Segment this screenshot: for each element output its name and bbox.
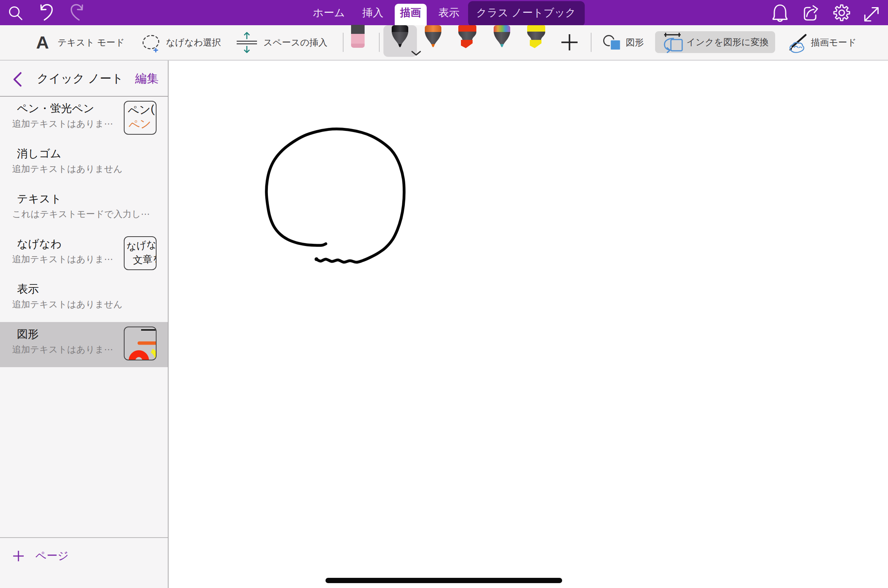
galaxy-pen-tool[interactable] bbox=[491, 25, 512, 50]
thumbnail-ink-text: なげなわ bbox=[126, 237, 157, 253]
draw-mode-label[interactable]: 描画モード bbox=[811, 25, 856, 60]
ribbon-separator bbox=[379, 33, 380, 52]
ink-to-shape-label: インクを図形に変換 bbox=[686, 25, 769, 59]
sidebar-footer-divider bbox=[0, 537, 168, 538]
home-indicator[interactable] bbox=[325, 578, 562, 583]
add-pen-button[interactable] bbox=[561, 34, 578, 51]
note-row-lasso[interactable]: なげなわ 追加テキストはありま⋯ なげなわ 文章を bbox=[0, 232, 168, 277]
black-pen-tool[interactable] bbox=[389, 25, 411, 50]
note-thumbnail: なげなわ 文章を bbox=[124, 236, 157, 270]
galaxy-pen-icon bbox=[491, 25, 512, 50]
yellow-highlighter-tool[interactable] bbox=[526, 25, 547, 50]
note-title: 表示 bbox=[17, 282, 39, 297]
drawing-canvas[interactable] bbox=[169, 61, 888, 588]
note-row-shapes[interactable]: 図形 追加テキストはありま⋯ bbox=[0, 322, 168, 367]
onenote-app: ホーム 挿入 描画 表示 クラス ノートブック bbox=[0, 0, 888, 588]
draw-ribbon-toolbar: A テキスト モード なげなわ選択 スペースの挿入 bbox=[0, 25, 888, 61]
resize-window-button[interactable] bbox=[863, 0, 880, 25]
lasso-select-label[interactable]: なげなわ選択 bbox=[166, 25, 221, 60]
note-row-eraser[interactable]: 消しゴム 追加テキストはありません bbox=[0, 141, 168, 187]
plus-icon bbox=[561, 34, 578, 51]
note-row-pen-highlighter[interactable]: ペン・蛍光ペン 追加テキストはありま⋯ ペン( ペン bbox=[0, 96, 168, 141]
resize-diagonal-icon bbox=[863, 3, 880, 23]
redo-button[interactable] bbox=[69, 0, 84, 25]
page-list-sidebar: クイック ノート 編集 ペン・蛍光ペン 追加テキストはありま⋯ ペン( ペン 消… bbox=[0, 61, 169, 588]
tab-view[interactable]: 表示 bbox=[438, 0, 459, 25]
shapes-button[interactable] bbox=[603, 35, 622, 52]
tab-draw[interactable]: 描画 bbox=[400, 0, 421, 25]
eraser-icon bbox=[350, 25, 365, 49]
undo-icon bbox=[39, 3, 54, 22]
bell-icon bbox=[772, 3, 788, 23]
note-title: ペン・蛍光ペン bbox=[17, 101, 94, 116]
add-page-label: ページ bbox=[35, 548, 68, 564]
thumbnail-ink-text: 文章を bbox=[132, 252, 157, 267]
note-thumbnail bbox=[124, 327, 157, 360]
thumbnail-ink-text: ペン bbox=[128, 115, 152, 133]
top-app-bar: ホーム 挿入 描画 表示 クラス ノートブック bbox=[0, 0, 888, 25]
note-subtitle: これはテキストモードで入力し⋯ bbox=[12, 208, 150, 220]
tab-insert[interactable]: 挿入 bbox=[362, 0, 383, 25]
note-row-view[interactable]: 表示 追加テキストはありません bbox=[0, 277, 168, 322]
search-button[interactable] bbox=[8, 0, 23, 25]
shapes-label[interactable]: 図形 bbox=[626, 25, 644, 60]
redo-icon bbox=[69, 3, 84, 22]
yellow-highlighter-icon bbox=[526, 25, 547, 50]
eraser-tool[interactable] bbox=[350, 25, 365, 49]
insert-space-button[interactable] bbox=[236, 32, 257, 53]
black-pen-icon bbox=[389, 25, 411, 50]
edit-button[interactable]: 編集 bbox=[135, 71, 158, 87]
note-title: テキスト bbox=[17, 191, 62, 207]
draw-mode-button[interactable] bbox=[786, 33, 808, 54]
note-subtitle: 追加テキストはありま⋯ bbox=[12, 118, 113, 130]
tab-class-notebook[interactable]: クラス ノートブック bbox=[476, 0, 576, 25]
shapes-thumbnail-drawing bbox=[125, 327, 157, 360]
orange-pen-tool[interactable] bbox=[423, 25, 444, 50]
note-subtitle: 追加テキストはありません bbox=[12, 163, 123, 175]
chevron-down-icon bbox=[411, 51, 421, 56]
note-title: 消しゴム bbox=[17, 146, 61, 161]
plus-icon bbox=[13, 550, 24, 562]
note-title: なげなわ bbox=[17, 237, 62, 252]
settings-button[interactable] bbox=[833, 0, 850, 25]
tab-home[interactable]: ホーム bbox=[313, 0, 345, 25]
insert-space-label[interactable]: スペースの挿入 bbox=[263, 25, 327, 60]
ink-to-shape-icon bbox=[661, 32, 683, 53]
notifications-button[interactable] bbox=[772, 0, 788, 25]
share-button[interactable] bbox=[803, 0, 819, 25]
lasso-select-button[interactable] bbox=[142, 35, 161, 52]
text-mode-label[interactable]: テキスト モード bbox=[58, 25, 125, 60]
text-mode-button[interactable]: A bbox=[36, 34, 49, 51]
add-page-button[interactable]: ページ bbox=[0, 544, 168, 568]
search-icon bbox=[8, 5, 23, 21]
note-thumbnail: ペン( ペン bbox=[124, 101, 157, 135]
red-highlighter-icon bbox=[457, 25, 478, 50]
draw-mode-icon bbox=[786, 33, 808, 54]
note-row-text[interactable]: テキスト これはテキストモードで入力し⋯ bbox=[0, 187, 168, 232]
ribbon-separator bbox=[343, 33, 344, 52]
note-subtitle: 追加テキストはありま⋯ bbox=[12, 343, 113, 356]
text-mode-icon: A bbox=[36, 32, 49, 52]
red-highlighter-tool[interactable] bbox=[457, 25, 478, 50]
note-subtitle: 追加テキストはありません bbox=[12, 298, 123, 310]
undo-button[interactable] bbox=[39, 0, 54, 25]
insert-space-icon bbox=[236, 32, 257, 53]
ribbon-separator bbox=[591, 33, 591, 52]
note-subtitle: 追加テキストはありま⋯ bbox=[12, 253, 113, 265]
shapes-icon bbox=[603, 35, 622, 52]
lasso-icon bbox=[142, 35, 161, 52]
note-title: 図形 bbox=[17, 327, 39, 342]
orange-pen-icon bbox=[423, 25, 444, 50]
share-icon bbox=[803, 3, 819, 23]
ink-to-shape-button[interactable]: インクを図形に変換 bbox=[655, 31, 775, 53]
gear-icon bbox=[833, 3, 850, 23]
